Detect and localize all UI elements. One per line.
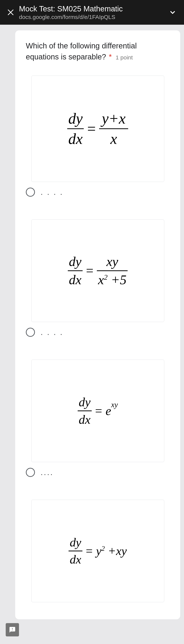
- option-c-radio-row[interactable]: ....: [26, 468, 170, 477]
- equation-b: dy dx = xy x2 +5: [68, 254, 128, 288]
- points-label: 1 point: [116, 54, 133, 60]
- eq-a-sign: =: [87, 120, 96, 138]
- option-a-label: . . . .: [41, 188, 64, 196]
- eq-a-rhs-num: y+x: [99, 110, 128, 127]
- option-a: dy dx = y+x x . . . .: [26, 76, 170, 197]
- equation-d: dy dx = y2 +xy: [68, 536, 127, 566]
- option-b-label: . . . .: [41, 328, 64, 336]
- page-body: Which of the following differential equa…: [0, 25, 184, 619]
- browser-topbar: Mock Test: SM025 Mathematic docs.google.…: [0, 0, 184, 25]
- option-d: dy dx = y2 +xy: [26, 500, 170, 602]
- option-c-label: ....: [41, 468, 54, 477]
- option-c-equation-image: dy dx = exy: [31, 360, 164, 462]
- option-d-equation-image: dy dx = y2 +xy: [31, 500, 164, 602]
- eq-b-rhs-num: xy: [105, 254, 119, 269]
- eq-d-lhs-num: dy: [68, 536, 82, 550]
- radio-icon[interactable]: [26, 188, 35, 197]
- eq-a-lhs-den: dx: [67, 130, 84, 148]
- option-c: dy dx = exy ....: [26, 360, 170, 477]
- options-list: dy dx = y+x x . . . .: [26, 76, 170, 602]
- chevron-down-icon[interactable]: [167, 7, 178, 18]
- eq-b-lhs-den: dx: [68, 272, 82, 288]
- eq-c-rhs-exp: xy: [111, 400, 118, 409]
- eq-d-sign: =: [86, 544, 93, 558]
- eq-c-lhs-num: dy: [78, 395, 92, 409]
- title-block: Mock Test: SM025 Mathematic docs.google.…: [19, 4, 164, 20]
- eq-b-rhs-den: x2 +5: [97, 272, 128, 288]
- equation-c: dy dx = exy: [78, 395, 118, 427]
- radio-icon[interactable]: [26, 328, 35, 337]
- option-b-radio-row[interactable]: . . . .: [26, 328, 170, 337]
- option-a-equation-image: dy dx = y+x x: [31, 76, 164, 182]
- eq-a-rhs-den: x: [109, 130, 118, 148]
- close-icon[interactable]: [6, 8, 15, 17]
- option-a-radio-row[interactable]: . . . .: [26, 188, 170, 197]
- eq-b-lhs-num: dy: [68, 254, 82, 269]
- equation-a: dy dx = y+x x: [67, 110, 128, 148]
- page-url: docs.google.com/forms/d/e/1FAIpQLS: [19, 14, 164, 20]
- required-star: *: [109, 52, 112, 61]
- question-row: Which of the following differential equa…: [26, 40, 170, 62]
- eq-d-lhs-den: dx: [68, 552, 82, 566]
- page-title: Mock Test: SM025 Mathematic: [19, 4, 164, 13]
- eq-a-lhs-num: dy: [67, 110, 84, 127]
- eq-c-rhs-base: e: [106, 404, 111, 418]
- radio-icon[interactable]: [26, 468, 35, 477]
- eq-c-lhs-den: dx: [78, 412, 92, 427]
- option-b-equation-image: dy dx = xy x2 +5: [31, 220, 164, 322]
- question-card: Which of the following differential equa…: [15, 30, 180, 619]
- eq-d-rhs: y2 +xy: [96, 544, 127, 558]
- eq-c-sign: =: [95, 404, 102, 418]
- eq-b-sign: =: [86, 263, 94, 278]
- option-b: dy dx = xy x2 +5: [26, 220, 170, 337]
